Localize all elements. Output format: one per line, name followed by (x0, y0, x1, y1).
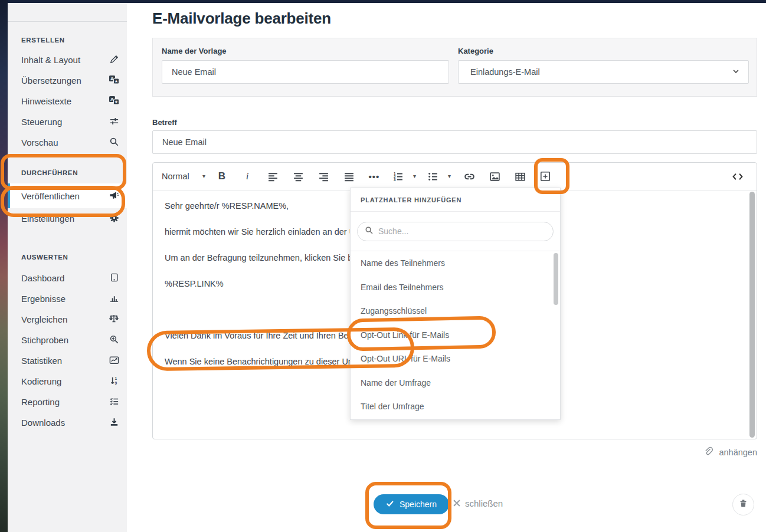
save-button[interactable]: Speichern (374, 494, 449, 514)
italic-button[interactable]: i (238, 168, 256, 185)
section-header-auswerten: AUSWERTEN (14, 254, 121, 261)
align-right-button[interactable] (315, 168, 332, 185)
delete-button[interactable] (732, 494, 754, 515)
bar-chart-icon (109, 293, 119, 305)
placeholder-dropdown-title: PLATZHALTER HINZUFÜGEN (351, 188, 560, 212)
sidebar-item-vorschau[interactable]: Vorschau (14, 132, 121, 153)
sidebar-item-downloads[interactable]: Downloads (14, 412, 121, 433)
ordered-list-button[interactable]: 123 ▾ (391, 168, 418, 185)
placeholder-search-row (351, 212, 560, 251)
sidebar-item-steuerung[interactable]: Steuerung (14, 111, 121, 132)
category-label: Kategorie (458, 47, 749, 55)
search-icon (365, 226, 374, 237)
page-title: E-Mailvorlage bearbeiten (152, 9, 331, 28)
balance-icon (109, 313, 119, 326)
download-icon (109, 417, 119, 429)
megaphone-icon (109, 190, 119, 202)
section-header-erstellen: ERSTELLEN (14, 37, 121, 44)
check-icon (386, 500, 394, 510)
paragraph-style-select[interactable]: Normal ▾ (162, 168, 205, 185)
code-view-icon[interactable] (728, 168, 748, 185)
image-icon[interactable] (486, 168, 503, 185)
template-name-input[interactable] (162, 60, 449, 84)
placeholder-item-zugangsschluessel[interactable]: Zugangsschlüssel (351, 299, 560, 323)
zoom-plus-icon (109, 334, 119, 346)
checklist-icon (109, 396, 119, 408)
device-icon (109, 272, 119, 284)
more-formats-button[interactable]: ••• (365, 168, 383, 185)
dropdown-scrollbar[interactable] (554, 253, 558, 305)
placeholder-dropdown: PLATZHALTER HINZUFÜGEN Name des Teilnehm… (350, 188, 561, 420)
placeholder-item-name-teilnehmer[interactable]: Name des Teilnehmers (351, 251, 560, 275)
svg-text:★: ★ (114, 100, 118, 104)
category-select[interactable]: Einladungs-E-Mail (458, 60, 749, 84)
sidebar-item-einstellungen[interactable]: Einstellungen (14, 208, 121, 229)
paperclip-icon (703, 446, 713, 458)
placeholder-item-email-teilnehmer[interactable]: Email des Teilnehmers (351, 275, 560, 300)
table-icon[interactable] (511, 168, 529, 185)
subject-input[interactable] (152, 130, 757, 154)
subject-label: Betreff (152, 118, 177, 127)
sidebar-item-ergebnisse[interactable]: Ergebnisse (14, 288, 121, 309)
placeholder-item-titel-umfrage[interactable]: Titel der Umfrage (351, 395, 560, 419)
sidebar-item-vergleichen[interactable]: Vergleichen (14, 309, 121, 330)
editor-scrollbar[interactable] (749, 192, 755, 438)
sidebar-item-uebersetzungen[interactable]: Übersetzungen A★ (14, 70, 121, 91)
placeholder-search-input[interactable] (378, 226, 546, 236)
bold-button[interactable]: B (213, 168, 231, 185)
placeholder-list: Name des Teilnehmers Email des Teilnehme… (351, 251, 560, 419)
placeholder-search-box[interactable] (357, 222, 554, 241)
placeholder-item-optout-link[interactable]: Opt-Out Link für E-Mails (351, 323, 560, 347)
caret-down-icon: ▾ (448, 173, 451, 179)
bullet-list-button[interactable]: ▾ (425, 168, 453, 185)
gear-icon (109, 213, 119, 225)
sidebar-item-veroeffentlichen[interactable]: Veröffentlichen (8, 183, 127, 208)
align-left-button[interactable] (264, 168, 281, 185)
sidebar-item-hinweistexte[interactable]: Hinweistexte A★ (14, 91, 121, 111)
name-label: Name der Vorlage (162, 47, 449, 55)
caret-down-icon: ▾ (202, 173, 205, 179)
justify-button[interactable] (340, 168, 358, 185)
svg-text:9: 9 (114, 381, 117, 385)
pencil-icon (109, 54, 119, 66)
add-placeholder-button[interactable] (536, 168, 554, 185)
editor-toolbar: Normal ▾ B i ••• 123 ▾ ▾ (153, 163, 757, 191)
svg-text:3: 3 (394, 177, 396, 181)
sidebar-item-statistiken[interactable]: Statistiken (14, 350, 121, 371)
svg-text:1: 1 (114, 376, 117, 380)
caret-down-icon: ▾ (413, 173, 416, 179)
sidebar-item-reporting[interactable]: Reporting (14, 392, 121, 412)
sidebar-item-dashboard[interactable]: Dashboard (14, 268, 121, 288)
sidebar-item-kodierung[interactable]: Kodierung 19 (14, 371, 121, 392)
hint-texts-icon: A★ (109, 95, 119, 107)
sidebar-top-spacer (8, 3, 127, 22)
attach-link[interactable]: anhängen (703, 446, 757, 458)
translate-icon: A★ (109, 74, 119, 87)
link-icon[interactable] (460, 168, 478, 185)
magnifier-icon (109, 137, 119, 149)
align-center-button[interactable] (289, 168, 307, 185)
svg-text:★: ★ (114, 79, 118, 83)
sliders-icon (109, 116, 119, 128)
sidebar-item-stichproben[interactable]: Stichproben (14, 330, 121, 350)
close-link[interactable]: schließen (453, 498, 503, 508)
trash-icon (738, 498, 748, 511)
email-template-editor: ERSTELLEN Inhalt & Layout Übersetzungen … (0, 0, 766, 532)
close-icon (453, 498, 460, 508)
sidebar: ERSTELLEN Inhalt & Layout Übersetzungen … (8, 3, 127, 532)
section-header-durchfuehren: DURCHFÜHREN (14, 169, 121, 176)
placeholder-item-optout-url[interactable]: Opt-Out URL für E-Mails (351, 347, 560, 371)
sidebar-item-inhalt-layout[interactable]: Inhalt & Layout (14, 50, 121, 70)
sort-numeric-icon: 19 (109, 376, 119, 387)
placeholder-item-name-umfrage[interactable]: Name der Umfrage (351, 371, 560, 395)
template-meta-box: Name der Vorlage Kategorie Einladungs-E-… (152, 38, 757, 97)
line-chart-icon (109, 355, 119, 367)
chevron-down-icon (732, 67, 740, 77)
background-page-strip (0, 0, 8, 532)
